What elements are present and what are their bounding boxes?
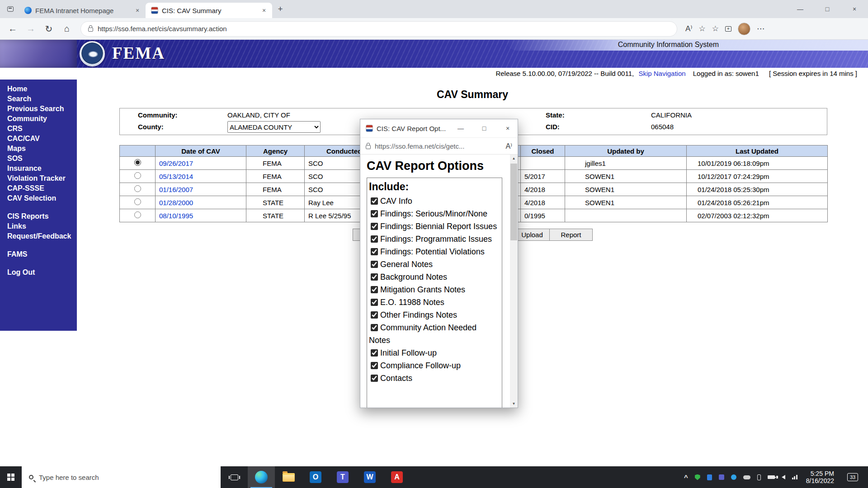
taskbar-search[interactable]: Type here to search — [22, 466, 221, 488]
tray-chevron-up-icon[interactable]: ^ — [684, 474, 688, 481]
row-select-radio[interactable] — [134, 172, 141, 179]
start-button[interactable] — [0, 466, 22, 488]
home-icon[interactable]: ⌂ — [59, 21, 75, 37]
tab-close-icon[interactable]: × — [259, 6, 269, 15]
back-icon[interactable]: ← — [5, 21, 21, 37]
sidebar-item-cac-cav[interactable]: CAC/CAV — [0, 134, 77, 144]
option-checkbox[interactable] — [371, 210, 378, 217]
teams-tray-icon[interactable] — [719, 474, 724, 480]
sidebar-item-cap-ssse[interactable]: CAP-SSSE — [0, 183, 77, 193]
option-checkbox[interactable] — [371, 273, 378, 281]
popup-scrollbar[interactable]: ▲ ▼ — [510, 155, 518, 408]
tab-fema-intranet[interactable]: FEMA Intranet Homepage × — [19, 3, 146, 18]
sidebar-item-search[interactable]: Search — [0, 94, 77, 104]
collections-icon[interactable]: + — [725, 26, 731, 32]
read-aloud-icon[interactable]: A⁾ — [505, 142, 512, 150]
popup-minimize-button[interactable]: — — [451, 119, 471, 137]
row-select-radio[interactable] — [134, 198, 141, 205]
popup-maximize-button[interactable]: □ — [474, 119, 494, 137]
sidebar-item-log-out[interactable]: Log Out — [0, 267, 77, 277]
network-icon[interactable] — [792, 475, 797, 479]
sidebar-item-insurance[interactable]: Insurance — [0, 164, 77, 174]
taskbar-app-edge[interactable] — [248, 466, 275, 488]
agency-cell: FEMA — [246, 157, 305, 170]
option-checkbox[interactable] — [371, 362, 378, 369]
task-view-button[interactable] — [221, 466, 248, 488]
sidebar-item-violation-tracker[interactable]: Violation Tracker — [0, 174, 77, 183]
sidebar-item-fams[interactable]: FAMS — [0, 249, 77, 259]
phone-icon[interactable] — [757, 474, 761, 480]
sidebar-item-request-feedback[interactable]: Request/Feedback — [0, 231, 77, 241]
taskbar-app-teams[interactable]: T — [329, 466, 356, 488]
url-text[interactable]: https://sso.fema.net/cis/cavsummary.acti… — [98, 25, 227, 33]
cav-date-link[interactable]: 01/28/2000 — [156, 196, 246, 209]
popup-close-button[interactable]: × — [498, 119, 518, 137]
option-checkbox[interactable] — [371, 223, 378, 230]
sidebar-item-cis-reports[interactable]: CIS Reports — [0, 211, 77, 221]
favorites-icon[interactable]: ☆ — [712, 24, 719, 33]
taskbar-clock[interactable]: 5:25 PM 8/16/2022 — [804, 470, 836, 484]
security-shield-icon[interactable] — [695, 474, 700, 480]
option-checkbox[interactable] — [371, 349, 378, 357]
row-select-radio[interactable] — [134, 185, 141, 192]
county-select[interactable]: ALAMEDA COUNTY — [227, 121, 321, 133]
taskbar-app-file-explorer[interactable] — [275, 466, 302, 488]
taskbar-app-word[interactable]: W — [356, 466, 383, 488]
window-maximize-button[interactable]: □ — [814, 0, 841, 18]
cav-date-link[interactable]: 08/10/1995 — [156, 209, 246, 222]
profile-avatar[interactable] — [738, 23, 750, 35]
option-checkbox[interactable] — [371, 286, 378, 293]
option-checkbox[interactable] — [371, 299, 378, 306]
sidebar-item-maps[interactable]: Maps — [0, 144, 77, 154]
forward-icon[interactable]: → — [23, 21, 39, 37]
scrollbar-thumb[interactable] — [510, 164, 517, 240]
tab-cis-cav-summary[interactable]: CIS: CAV Summary × — [146, 3, 272, 18]
volume-icon[interactable] — [782, 475, 785, 479]
window-minimize-button[interactable]: — — [787, 0, 814, 18]
row-select-radio[interactable] — [134, 159, 141, 166]
cav-date-link[interactable]: 05/13/2014 — [156, 170, 246, 183]
sidebar-item-community[interactable]: Community — [0, 114, 77, 124]
scroll-up-icon[interactable]: ▲ — [510, 155, 518, 162]
taskbar-app-acrobat[interactable]: A — [383, 466, 410, 488]
read-aloud-icon[interactable]: A⁾ — [685, 24, 693, 33]
sidebar-item-home[interactable]: Home — [0, 84, 77, 94]
option-checkbox[interactable] — [371, 261, 378, 268]
sidebar-item-previous-search[interactable]: Previous Search — [0, 104, 77, 114]
option-checkbox[interactable] — [371, 324, 378, 331]
upload-button[interactable]: Upload — [514, 229, 550, 241]
onedrive-icon[interactable] — [743, 475, 750, 479]
tray-app-icon[interactable] — [731, 474, 736, 480]
popup-url-text[interactable]: https://sso.fema.net/cis/getc... — [375, 142, 501, 150]
cav-date-link[interactable]: 09/26/2017 — [156, 157, 246, 170]
bluetooth-icon[interactable] — [707, 474, 712, 480]
release-text: Release 5.10.00.00, 07/19/2022 -- Build … — [495, 70, 634, 77]
option-checkbox[interactable] — [371, 197, 378, 205]
notification-center-button[interactable]: 33 — [843, 466, 863, 488]
tab-close-icon[interactable]: × — [133, 6, 142, 15]
option-checkbox[interactable] — [371, 375, 378, 382]
refresh-icon[interactable]: ↻ — [41, 21, 57, 37]
more-menu-icon[interactable]: ⋯ — [757, 24, 764, 33]
option-checkbox[interactable] — [371, 248, 378, 255]
tab-actions-button[interactable] — [4, 2, 17, 16]
taskbar-app-outlook[interactable]: O — [302, 466, 329, 488]
add-favorite-icon[interactable]: ☆ — [699, 24, 706, 33]
row-select-radio[interactable] — [134, 211, 141, 218]
sidebar-item-crs[interactable]: CRS — [0, 124, 77, 134]
popup-title-bar[interactable]: CIS: CAV Report Opt... — □ × — [360, 119, 518, 137]
cav-date-link[interactable]: 01/16/2007 — [156, 183, 246, 196]
new-tab-button[interactable]: + — [274, 3, 287, 15]
window-close-button[interactable]: × — [841, 0, 868, 18]
popup-address-bar[interactable]: https://sso.fema.net/cis/getc... A⁾ — [360, 137, 518, 155]
battery-icon[interactable] — [768, 475, 775, 479]
sidebar-item-links[interactable]: Links — [0, 221, 77, 231]
scroll-down-icon[interactable]: ▼ — [510, 400, 518, 408]
option-checkbox[interactable] — [371, 311, 378, 319]
report-button[interactable]: Report — [549, 229, 593, 241]
option-checkbox[interactable] — [371, 235, 378, 243]
sidebar-item-cav-selection[interactable]: CAV Selection — [0, 193, 77, 203]
skip-navigation-link[interactable]: Skip Navigation — [638, 70, 685, 77]
sidebar-item-sos[interactable]: SOS — [0, 154, 77, 164]
address-bar[interactable]: https://sso.fema.net/cis/cavsummary.acti… — [80, 21, 677, 37]
